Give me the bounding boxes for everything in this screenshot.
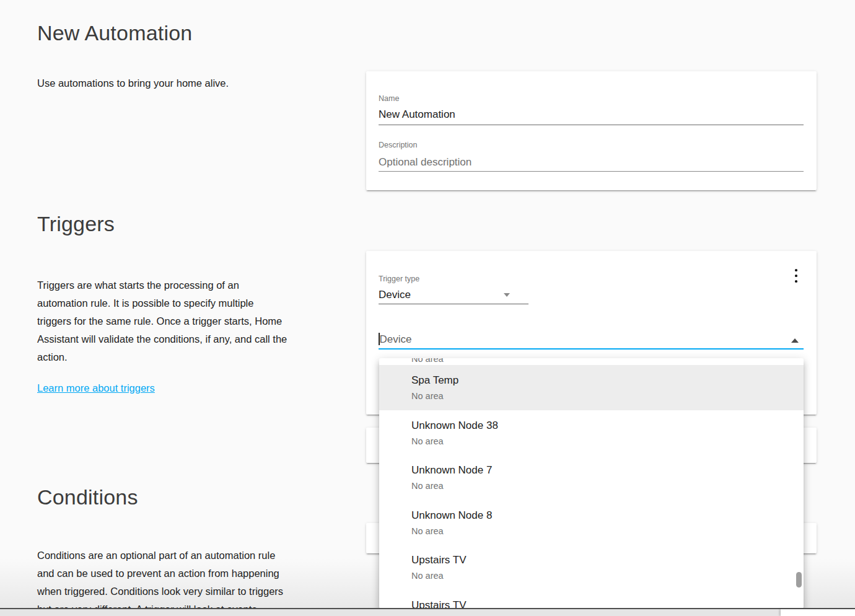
list-item-primary: Unknown Node 8	[411, 508, 794, 522]
list-item-secondary: No area	[411, 525, 794, 537]
conditions-description: Conditions are an optional part of an au…	[37, 547, 347, 616]
kebab-menu-icon	[795, 275, 798, 277]
name-card: Name New Automation Description Optional…	[366, 71, 817, 190]
list-item[interactable]: Unknown Node 8 No area	[379, 500, 804, 545]
trigger-type-underline	[379, 304, 528, 304]
intro-text: Use automations to bring your home alive…	[37, 74, 229, 92]
conditions-description-line: when triggered. Conditions look very sim…	[37, 583, 347, 601]
description-input-underline	[379, 171, 804, 172]
viewport-bottom-strip	[0, 608, 855, 616]
bottom-right-card-edge	[781, 609, 855, 616]
list-item-primary: Unknown Node 38	[411, 418, 794, 433]
list-item-primary: Spa Temp	[411, 373, 794, 387]
list-item-primary: Unknown Node 7	[411, 463, 794, 477]
list-item[interactable]: Upstairs TV	[379, 590, 804, 609]
triggers-description-line: triggers for the same rule. Once a trigg…	[37, 312, 347, 330]
list-item[interactable]: Unknown Node 7 No area	[379, 455, 804, 500]
description-input[interactable]: Optional description	[379, 156, 804, 169]
triggers-description: Triggers are what starts the processing …	[37, 276, 347, 366]
list-item-primary: Upstairs TV	[411, 598, 794, 609]
triggers-heading: Triggers	[37, 212, 115, 236]
triangle-down-icon[interactable]	[504, 293, 510, 297]
dropdown-scrollbar-thumb[interactable]	[796, 572, 802, 587]
triggers-description-line: automation rule. It is possible to speci…	[37, 294, 347, 312]
list-item-primary: Upstairs TV	[411, 553, 794, 567]
triggers-description-line: action.	[37, 348, 347, 366]
triangle-up-icon[interactable]	[791, 338, 799, 343]
kebab-menu-icon	[795, 269, 798, 271]
learn-more-triggers-link[interactable]: Learn more about triggers	[37, 379, 155, 397]
device-dropdown-list: No area Spa Temp No area Unknown Node 38…	[379, 358, 804, 609]
device-picker-input[interactable]: Device	[379, 333, 411, 346]
description-field-label: Description	[379, 141, 418, 150]
name-field-label: Name	[379, 94, 399, 103]
device-picker-text: Device	[380, 333, 412, 345]
list-item-secondary: No area	[411, 570, 794, 582]
list-item-secondary: No area	[379, 358, 804, 365]
list-item-secondary: No area	[411, 390, 794, 402]
device-picker-focus-underline	[379, 348, 804, 350]
name-input[interactable]: New Automation	[379, 108, 804, 121]
triggers-description-line: Triggers are what starts the processing …	[37, 276, 347, 294]
trigger-type-select[interactable]: Device	[379, 288, 411, 302]
kebab-menu-icon	[795, 280, 798, 283]
list-item-secondary: No area	[411, 480, 794, 492]
name-input-underline	[379, 125, 804, 125]
conditions-heading: Conditions	[37, 485, 138, 509]
conditions-description-line: and can be used to prevent an action fro…	[37, 565, 347, 583]
list-item-secondary: No area	[411, 435, 794, 447]
page-title: New Automation	[37, 21, 192, 45]
list-item-clipped[interactable]: No area	[379, 358, 804, 365]
conditions-description-line: Conditions are an optional part of an au…	[37, 547, 347, 565]
list-item[interactable]: Unknown Node 38 No area	[379, 410, 804, 455]
trigger-type-label: Trigger type	[379, 275, 419, 284]
trigger-options-button[interactable]	[792, 267, 800, 284]
list-item[interactable]: Upstairs TV No area	[379, 545, 804, 590]
list-item[interactable]: Spa Temp No area	[379, 365, 804, 410]
triggers-description-line: Assistant will validate the conditions, …	[37, 330, 347, 348]
